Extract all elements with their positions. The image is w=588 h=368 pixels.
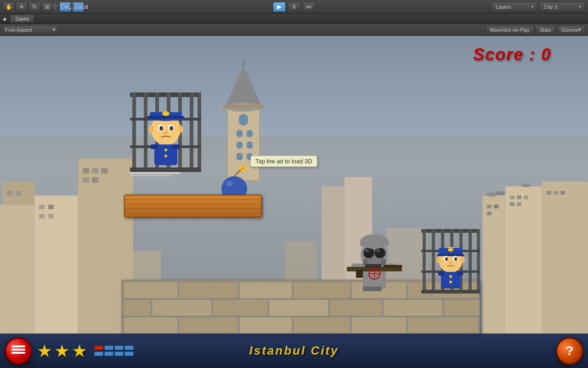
svg-rect-92 — [239, 282, 292, 299]
svg-rect-145 — [437, 254, 464, 256]
svg-rect-38 — [517, 202, 521, 206]
svg-rect-99 — [269, 299, 328, 316]
svg-rect-68 — [147, 116, 184, 119]
svg-rect-127 — [365, 264, 381, 268]
svg-rect-56 — [144, 92, 147, 171]
aspect-chevron-icon: ▾ — [53, 27, 56, 33]
svg-point-73 — [170, 126, 173, 131]
health-pip-blue-1 — [104, 345, 113, 350]
svg-rect-48 — [237, 142, 243, 149]
svg-rect-96 — [124, 299, 151, 316]
back-icon — [11, 345, 25, 357]
game-tab[interactable]: Game — [10, 15, 34, 23]
svg-rect-111 — [372, 287, 381, 291]
svg-rect-81 — [173, 144, 180, 149]
local-flag-icon: 🏴 — [68, 4, 75, 10]
svg-rect-61 — [198, 92, 201, 171]
svg-rect-7 — [39, 205, 45, 209]
svg-point-69 — [162, 111, 170, 116]
svg-rect-98 — [213, 299, 268, 316]
star-2: ★ — [54, 341, 70, 361]
layers-label: Layers — [496, 4, 511, 10]
svg-rect-103 — [124, 317, 178, 334]
svg-rect-91 — [179, 282, 238, 299]
stats-btn[interactable]: Stats — [536, 25, 555, 34]
scale-tool-btn[interactable]: ⊞ — [41, 2, 53, 12]
svg-rect-55 — [132, 92, 136, 171]
svg-rect-34 — [510, 196, 514, 199]
maximize-on-play-btn[interactable]: Maximize on Play — [486, 25, 533, 34]
layers-chevron-icon: ▾ — [531, 5, 533, 9]
svg-point-75 — [148, 126, 154, 133]
health-pip-blue-3 — [124, 345, 134, 350]
svg-point-78 — [164, 149, 167, 151]
game-options-right: Maximize on Play Stats Gizmos ▾ — [486, 25, 585, 34]
game-viewport: KİRALIK 0 344 88 76 0 850 37 68 — [0, 36, 588, 368]
gizmos-btn[interactable]: Gizmos ▾ — [557, 25, 585, 34]
gizmos-label: Gizmos — [561, 27, 578, 33]
unity-logo-icon: ● — [3, 15, 6, 23]
svg-marker-43 — [225, 66, 262, 107]
svg-rect-134 — [432, 229, 435, 293]
score-text: Score : 0 — [473, 45, 551, 64]
city-name-label: Istanbul City — [249, 344, 339, 358]
svg-rect-13 — [101, 168, 107, 173]
svg-rect-50 — [237, 153, 243, 160]
help-button[interactable]: ? — [556, 337, 583, 365]
2by3-dropdown[interactable]: 2 by 3 ▾ — [539, 2, 585, 12]
svg-rect-154 — [441, 272, 460, 288]
svg-rect-18 — [542, 182, 588, 334]
svg-rect-52 — [223, 105, 264, 109]
svg-rect-15 — [92, 177, 98, 183]
health-pip-blue-5 — [104, 351, 113, 356]
aspect-dropdown[interactable]: Free Aspect ▾ — [3, 25, 58, 34]
hud-bar: ★ ★ ★ Istanbul City ? — [0, 334, 588, 368]
step-icon: ⏭ — [306, 3, 312, 10]
svg-point-153 — [460, 257, 465, 263]
tool-group-transform: ✋ ✛ ↻ ⊞ — [0, 0, 57, 13]
game-tab-bar: ● Game — [0, 14, 588, 24]
svg-point-115 — [363, 247, 374, 259]
svg-rect-33 — [487, 212, 492, 215]
layers-dropdown[interactable]: Layers ▾ — [492, 2, 537, 12]
svg-rect-37 — [510, 202, 514, 206]
star-1: ★ — [37, 341, 52, 361]
step-button[interactable]: ⏭ — [302, 2, 315, 12]
svg-rect-93 — [293, 282, 351, 299]
cart — [124, 195, 262, 218]
play-button[interactable]: ▶ — [273, 2, 286, 12]
unity-toolbar: ✋ ✛ ↻ ⊞ 🏴 Center 🏴 Local ▶ ⏸ ⏭ Layers ▾ … — [0, 0, 588, 14]
svg-rect-121 — [381, 259, 386, 265]
center-flag-icon: 🏴 — [53, 4, 60, 10]
health-pip-blue-6 — [114, 351, 124, 356]
health-row-2 — [94, 351, 134, 356]
stars-container: ★ ★ ★ — [37, 341, 87, 361]
tool-group-pivot: 🏴 Center 🏴 Local — [57, 0, 87, 13]
score-display: Score : 0 — [473, 45, 551, 64]
rotate-tool-btn[interactable]: ↻ — [28, 2, 40, 12]
right-cage-svg — [419, 227, 483, 300]
pause-icon: ⏸ — [291, 3, 297, 10]
hand-tool-btn[interactable]: ✋ — [3, 2, 15, 12]
local-btn[interactable]: 🏴 Local — [72, 2, 84, 12]
stats-label: Stats — [540, 27, 551, 33]
svg-point-76 — [178, 126, 183, 133]
health-bars — [94, 345, 134, 356]
svg-point-72 — [159, 126, 163, 131]
svg-rect-46 — [237, 130, 243, 137]
svg-rect-49 — [247, 142, 253, 149]
svg-rect-90 — [124, 282, 178, 299]
svg-rect-5 — [7, 191, 12, 196]
svg-rect-126 — [356, 270, 363, 278]
pause-button[interactable]: ⏸ — [288, 2, 300, 12]
move-tool-btn[interactable]: ✛ — [16, 2, 28, 12]
svg-rect-125 — [384, 265, 402, 268]
svg-rect-45 — [239, 114, 248, 126]
svg-rect-36 — [524, 196, 528, 199]
svg-rect-97 — [152, 299, 212, 316]
ad-tooltip[interactable]: Tap the ad to load 3D — [250, 155, 317, 167]
svg-rect-47 — [247, 130, 253, 137]
svg-rect-31 — [487, 205, 492, 208]
back-button[interactable] — [5, 337, 32, 365]
star-3: ★ — [72, 341, 87, 361]
